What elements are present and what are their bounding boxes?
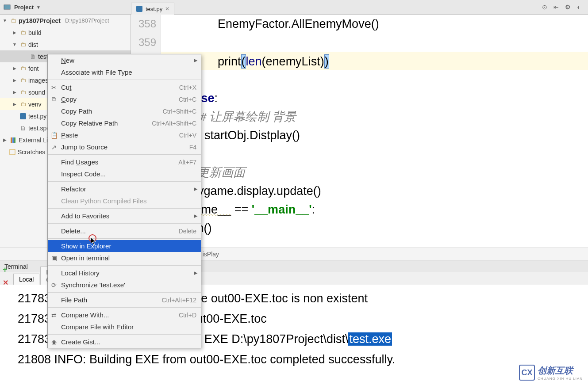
menu-item[interactable]: Local History▶ [48, 267, 201, 279]
project-dropdown[interactable]: Project ▼ [0, 4, 41, 11]
menu-item-label: Show in Explorer [61, 242, 196, 250]
menu-item[interactable]: Associate with File Type [48, 66, 201, 78]
menu-item-icon: ⇄ [50, 312, 58, 319]
menu-item-label: Copy Path [61, 107, 163, 115]
root-name: py1807Project [19, 17, 61, 24]
menu-shortcut: Ctrl+D [179, 312, 196, 319]
watermark-logo-icon: CX [519, 365, 535, 381]
tree-item-label: dist [28, 41, 38, 48]
menu-item[interactable]: Refactor▶ [48, 183, 201, 195]
tree-item[interactable]: ▼dist [0, 38, 131, 50]
code-area[interactable]: EnemyFactor.AllEnemyMove() print(len(len… [161, 15, 588, 237]
menu-item[interactable]: ⇄Compare With...Ctrl+D [48, 309, 201, 321]
svg-rect-2 [12, 137, 14, 143]
watermark-text: 创新互联 [538, 366, 573, 375]
menu-shortcut: Ctrl+V [179, 132, 196, 139]
menu-item[interactable]: Compare File with Editor [48, 321, 201, 333]
menu-item-label: Create Gist... [61, 338, 196, 346]
tree-item-label: build [28, 29, 42, 36]
context-menu: New▶Associate with File Type✂CutCtrl+X⧉C… [47, 54, 201, 348]
menu-item-label: Delete... [61, 227, 179, 235]
project-icon [4, 4, 11, 11]
submenu-arrow-icon: ▶ [194, 186, 197, 192]
add-terminal-icon[interactable]: + [3, 265, 8, 274]
close-terminal-icon[interactable]: ✕ [3, 278, 8, 287]
cursor-icon [91, 237, 98, 248]
menu-separator [48, 307, 201, 308]
menu-item[interactable]: ✂CutCtrl+X [48, 81, 201, 93]
menu-shortcut: Ctrl+C [179, 96, 196, 103]
menu-item[interactable]: ◉Create Gist... [48, 336, 201, 348]
menu-item-label: Find Usages [61, 158, 178, 166]
tab-filename: test.py [146, 6, 162, 12]
tree-root[interactable]: ▼ py1807Project D:\py1807Project [0, 15, 131, 27]
close-icon[interactable]: ✕ [165, 6, 169, 12]
menu-shortcut: Delete [179, 228, 196, 235]
menu-separator [48, 181, 201, 182]
code-line: # 让屏幕绘制 背景 [161, 107, 588, 126]
expand-icon[interactable]: ▶ [12, 30, 18, 35]
menu-item[interactable]: 📋PasteCtrl+V [48, 129, 201, 141]
expand-icon[interactable]: ▶ [12, 102, 18, 107]
menu-item-icon: 📋 [50, 132, 58, 139]
menu-item[interactable]: New▶ [48, 54, 201, 66]
code-line: # 更新画面 [161, 163, 588, 182]
menu-item-label: New [61, 57, 196, 64]
menu-item-label: Synchronize 'test.exe' [61, 281, 196, 289]
project-label: Project [14, 4, 34, 11]
tab-test-py[interactable]: test.py ✕ [131, 3, 174, 15]
menu-separator [48, 223, 201, 224]
svg-rect-0 [4, 5, 10, 9]
collapse-icon[interactable]: ⇤ [553, 4, 561, 11]
menu-item[interactable]: Copy PathCtrl+Shift+C [48, 105, 201, 117]
menu-item[interactable]: Find UsagesAlt+F7 [48, 156, 201, 168]
expand-icon[interactable]: ▼ [12, 42, 18, 47]
menu-item-label: Refactor [61, 185, 196, 193]
code-line: Main() [161, 219, 588, 237]
watermark-sub: CHUANG XIN HU LIAN [538, 377, 583, 381]
tree-item[interactable]: ▶build [0, 27, 131, 38]
menu-item[interactable]: Inspect Code... [48, 168, 201, 180]
expand-icon[interactable]: ▶ [2, 137, 8, 142]
highlighted-filename: test.exe [348, 332, 392, 346]
menu-separator [48, 80, 201, 80]
menu-item[interactable]: ▣Open in terminal [48, 252, 201, 264]
expand-icon[interactable]: ▶ [12, 90, 18, 95]
menu-item[interactable]: Show in Explorer [48, 240, 201, 252]
menu-item[interactable]: ⧉CopyCtrl+C [48, 93, 201, 105]
menu-item-label: Compare File with Editor [61, 323, 196, 331]
terminal-tab-local[interactable]: Local [13, 274, 39, 285]
submenu-arrow-icon: ▶ [194, 213, 197, 219]
svg-marker-5 [91, 237, 96, 245]
svg-rect-3 [14, 137, 15, 143]
menu-item[interactable]: File PathCtrl+Alt+F12 [48, 294, 201, 306]
menu-item-icon: ⧉ [50, 95, 58, 103]
line-number: 358 [131, 15, 156, 33]
menu-separator [48, 238, 201, 239]
menu-separator [48, 265, 201, 266]
menu-item-label: Copy Relative Path [61, 119, 152, 127]
hide-icon[interactable]: ⫞ [576, 4, 584, 11]
menu-item[interactable]: Delete...Delete [48, 225, 201, 237]
expand-icon[interactable]: ▶ [12, 78, 18, 83]
editor-tabs: test.py ✕ [131, 0, 174, 15]
menu-item[interactable]: ↗Jump to SourceF4 [48, 141, 201, 153]
menu-item-label: Open in terminal [61, 254, 196, 262]
expand-icon[interactable]: ▶ [12, 66, 18, 71]
menu-item-label: File Path [61, 296, 161, 304]
expand-icon[interactable]: ▼ [2, 18, 8, 23]
folder-icon [19, 41, 27, 48]
menu-separator [48, 292, 201, 293]
python-icon [19, 113, 27, 120]
menu-item: Clean Python Compiled Files [48, 195, 201, 207]
tree-item-label: sound [28, 89, 45, 96]
menu-item-icon: ↗ [50, 144, 58, 151]
menu-shortcut: Alt+F7 [178, 159, 196, 166]
gear-icon[interactable]: ⚙ [565, 4, 572, 11]
menu-item[interactable]: Add to Favorites▶ [48, 210, 201, 222]
menu-item[interactable]: Copy Relative PathCtrl+Alt+Shift+C [48, 117, 201, 129]
menu-item[interactable]: ⟳Synchronize 'test.exe' [48, 279, 201, 291]
locate-icon[interactable]: ⊙ [542, 4, 549, 11]
svg-rect-1 [11, 137, 12, 143]
code-line: .f __name__ == '__main__': [161, 200, 588, 219]
